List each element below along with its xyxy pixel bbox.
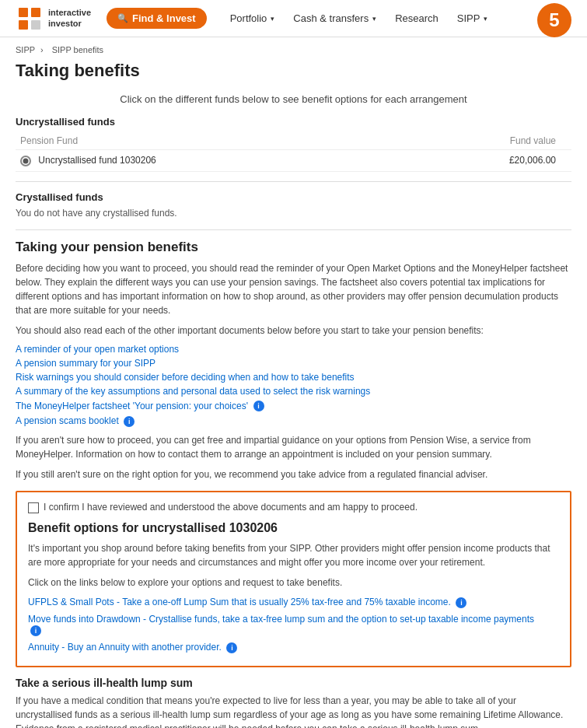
divider-2 — [16, 229, 571, 230]
chevron-down-icon: ▾ — [372, 15, 376, 23]
fund-table: Pension Fund Fund value Uncrystallised f… — [16, 132, 571, 172]
benefit-para1: It's important you shop around before ta… — [28, 541, 559, 569]
confirm-checkbox[interactable] — [28, 502, 39, 513]
confirm-row: I confirm I have reviewed and understood… — [28, 502, 559, 513]
info-icon: i — [253, 401, 264, 411]
benefit-options-list: UFPLS & Small Pots - Take a one-off Lump… — [28, 596, 559, 653]
page-title: Taking benefits — [0, 58, 587, 93]
taking-benefits-para4: If you still aren't sure on the right op… — [16, 467, 571, 481]
link-ufpls[interactable]: UFPLS & Small Pots - Take a one-off Lump… — [28, 597, 451, 607]
main-nav: Portfolio ▾ Cash & transfers ▾ Research … — [222, 8, 571, 29]
breadcrumb-separator: › — [40, 45, 46, 54]
breadcrumb-current: SIPP benefits — [52, 45, 103, 54]
search-icon: 🔍 — [117, 13, 128, 23]
main-content: Click on the different funds below to se… — [0, 93, 587, 728]
option-ufpls-row: UFPLS & Small Pots - Take a one-off Lump… — [28, 596, 559, 608]
breadcrumb: SIPP › SIPP benefits — [0, 37, 587, 58]
table-row[interactable]: Uncrystallised fund 1030206 £20,006.00 — [16, 150, 571, 172]
link-scams[interactable]: A pension scams booklet — [16, 415, 119, 426]
chevron-down-icon: ▾ — [271, 15, 274, 23]
info-icon: i — [456, 597, 466, 608]
nav-item-sipp[interactable]: SIPP ▾ — [449, 8, 496, 29]
taking-benefits-para3: If you aren't sure how to proceed, you c… — [16, 433, 571, 461]
info-icon: i — [124, 416, 135, 427]
logo-icon — [16, 5, 44, 33]
find-invest-button[interactable]: 🔍 Find & Invest — [107, 8, 207, 29]
logo: interactiveinvestor — [16, 5, 91, 33]
crystallised-text: You do not have any crystallised funds. — [16, 208, 571, 219]
nav-label-cash: Cash & transfers — [293, 12, 369, 24]
find-invest-label: Find & Invest — [132, 12, 196, 24]
svg-rect-3 — [19, 20, 28, 30]
step-badge: 5 — [537, 3, 571, 37]
link-pension-summary[interactable]: A pension summary for your SIPP — [16, 358, 571, 369]
link-key-assumptions[interactable]: A summary of the key assumptions and per… — [16, 386, 571, 397]
link-scams-row: A pension scams booklet i — [16, 415, 571, 427]
logo-text: interactiveinvestor — [48, 8, 91, 28]
link-annuity[interactable]: Annuity - Buy an Annuity with another pr… — [28, 642, 222, 653]
ill-health-section: Take a serious ill-health lump sum If yo… — [16, 677, 571, 728]
link-open-market[interactable]: A reminder of your open market options — [16, 344, 571, 355]
crystallised-label: Crystallised funds — [16, 191, 571, 203]
nav-label-portfolio: Portfolio — [230, 12, 267, 24]
option-drawdown-row: Move funds into Drawdown - Crystallise f… — [28, 613, 559, 637]
divider — [16, 181, 571, 182]
nav-label-research: Research — [395, 12, 439, 24]
ill-health-para1: If you have a medical condition that mea… — [16, 694, 571, 728]
taking-benefits-para1: Before deciding how you want to proceed,… — [16, 261, 571, 317]
info-icon: i — [226, 642, 237, 653]
col-pension-fund: Pension Fund — [16, 132, 396, 150]
nav-item-portfolio[interactable]: Portfolio ▾ — [222, 8, 283, 29]
nav-label-sipp: SIPP — [457, 12, 480, 24]
intro-text: Click on the different funds below to se… — [16, 93, 571, 105]
col-fund-value: Fund value — [396, 132, 571, 150]
taking-benefits-para2: You should also read each of the other i… — [16, 324, 571, 338]
links-list: A reminder of your open market options A… — [16, 344, 571, 427]
ill-health-title: Take a serious ill-health lump sum — [16, 677, 571, 689]
orange-confirmation-box: I confirm I have reviewed and understood… — [16, 491, 571, 667]
chevron-down-icon: ▾ — [484, 15, 487, 23]
nav-item-cash[interactable]: Cash & transfers ▾ — [285, 8, 384, 29]
uncrystallised-section: Uncrystallised funds Pension Fund Fund v… — [16, 116, 571, 172]
radio-button[interactable] — [20, 156, 31, 166]
svg-rect-1 — [19, 8, 28, 17]
taking-benefits-section: Taking your pension benefits Before deci… — [16, 240, 571, 481]
uncrystallised-label: Uncrystallised funds — [16, 116, 571, 128]
info-icon: i — [30, 625, 41, 636]
link-risk-warnings[interactable]: Risk warnings you should consider before… — [16, 372, 571, 383]
header: interactiveinvestor 🔍 Find & Invest Port… — [0, 0, 587, 37]
benefit-options-title: Benefit options for uncrystallised 10302… — [28, 521, 559, 535]
confirm-text: I confirm I have reviewed and understood… — [44, 502, 418, 513]
taking-benefits-title: Taking your pension benefits — [16, 240, 571, 255]
fund-name: Uncrystallised fund 1030206 — [38, 155, 155, 166]
option-annuity-row: Annuity - Buy an Annuity with another pr… — [28, 641, 559, 653]
fund-value-cell: £20,006.00 — [396, 150, 571, 172]
breadcrumb-root[interactable]: SIPP — [16, 45, 35, 54]
crystallised-section: Crystallised funds You do not have any c… — [16, 191, 571, 219]
link-drawdown[interactable]: Move funds into Drawdown - Crystallise f… — [28, 614, 534, 625]
link-moneyhelper-row: The MoneyHelper factsheet 'Your pension:… — [16, 400, 571, 412]
svg-rect-2 — [31, 8, 40, 17]
svg-rect-4 — [31, 20, 40, 30]
nav-item-research[interactable]: Research — [387, 8, 446, 29]
link-moneyhelper[interactable]: The MoneyHelper factsheet 'Your pension:… — [16, 401, 248, 411]
benefit-para2: Click on the links below to explore your… — [28, 576, 559, 590]
step-number: 5 — [549, 9, 559, 31]
fund-name-cell: Uncrystallised fund 1030206 — [16, 150, 396, 172]
